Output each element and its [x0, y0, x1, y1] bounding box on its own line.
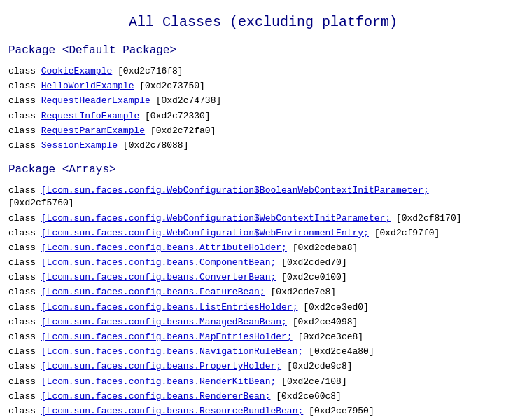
hex-addr: [0xd2cdeba8]: [287, 242, 358, 253]
page-container: All Classes (excluding platform) Package…: [0, 0, 532, 417]
class-prefix: class: [8, 95, 41, 106]
class-prefix: class: [8, 317, 41, 327]
hex-addr: [0xd2ce0100]: [276, 272, 346, 282]
hex-addr: [0xd2ce7950]: [303, 406, 374, 416]
class-prefix: class: [8, 257, 41, 268]
class-prefix: class: [8, 391, 41, 402]
hex-addr: [0xd2ce3ed0]: [298, 302, 368, 313]
list-item: class [Lcom.sun.faces.config.beans.Rende…: [8, 376, 518, 388]
hex-addr: [0xd2cded70]: [276, 257, 346, 268]
class-link[interactable]: SessionExample: [41, 140, 118, 151]
class-prefix: class: [8, 376, 41, 387]
class-prefix: class: [8, 406, 41, 416]
class-link[interactable]: [Lcom.sun.faces.config.beans.PropertyHol…: [41, 361, 281, 371]
class-link[interactable]: [Lcom.sun.faces.config.beans.MapEntriesH…: [41, 331, 293, 342]
list-item: class [Lcom.sun.faces.config.beans.Prope…: [8, 360, 518, 373]
hex-addr: [0xd2c73750]: [134, 81, 204, 91]
class-link[interactable]: [Lcom.sun.faces.config.beans.RenderKitBe…: [41, 376, 276, 387]
package-header-0: Package <Default Package>: [8, 44, 518, 57]
list-item: class RequestHeaderExample [0xd2c74738]: [8, 95, 518, 107]
list-item: class SessionExample [0xd2c78088]: [8, 139, 518, 152]
class-link[interactable]: [Lcom.sun.faces.config.WebConfiguration$…: [41, 185, 429, 196]
hex-addr: [0xd2c74738]: [150, 95, 221, 106]
class-link[interactable]: [Lcom.sun.faces.config.beans.ConverterBe…: [41, 272, 276, 282]
hex-addr: [0xd2ce60c8]: [270, 391, 341, 402]
list-item: class [Lcom.sun.faces.config.beans.Conve…: [8, 271, 518, 284]
class-prefix: class: [8, 228, 41, 238]
packages-container: Package <Default Package>class CookieExa…: [8, 44, 518, 417]
package-header-1: Package <Arrays>: [8, 163, 518, 176]
class-list-1: class [Lcom.sun.faces.config.WebConfigur…: [8, 184, 518, 417]
class-prefix: class: [8, 346, 41, 357]
list-item: class [Lcom.sun.faces.config.beans.Navig…: [8, 346, 518, 358]
list-item: class CookieExample [0xd2c716f8]: [8, 65, 518, 78]
hex-addr: [0xd2cde7e8]: [265, 287, 336, 297]
class-prefix: class: [8, 361, 41, 371]
class-link[interactable]: [Lcom.sun.faces.config.beans.ComponentBe…: [41, 257, 276, 268]
list-item: class HelloWorldExample [0xd2c73750]: [8, 80, 518, 93]
class-link[interactable]: [Lcom.sun.faces.config.beans.ResourceBun…: [41, 406, 303, 416]
list-item: class [Lcom.sun.faces.config.WebConfigur…: [8, 227, 518, 240]
class-link[interactable]: [Lcom.sun.faces.config.WebConfiguration$…: [41, 213, 391, 224]
hex-addr: [0xd2c78088]: [118, 140, 188, 151]
list-item: class [Lcom.sun.faces.config.beans.Manag…: [8, 316, 518, 329]
class-prefix: class: [8, 185, 41, 196]
list-item: class [Lcom.sun.faces.config.WebConfigur…: [8, 212, 518, 225]
list-item: class RequestInfoExample [0xd2c72330]: [8, 110, 518, 123]
class-prefix: class: [8, 331, 41, 342]
class-prefix: class: [8, 242, 41, 253]
hex-addr: [0xd2c716f8]: [112, 66, 183, 76]
class-prefix: class: [8, 272, 41, 282]
hex-addr: [0xd2ce3ce8]: [293, 331, 363, 342]
class-link[interactable]: HelloWorldExample: [41, 81, 134, 91]
list-item: class [Lcom.sun.faces.config.beans.Rende…: [8, 390, 518, 403]
class-list-0: class CookieExample [0xd2c716f8]class He…: [8, 65, 518, 152]
list-item: class [Lcom.sun.faces.config.beans.Attri…: [8, 242, 518, 254]
page-title: All Classes (excluding platform): [8, 14, 518, 30]
class-link[interactable]: CookieExample: [41, 66, 112, 76]
hex-addr: [0xd2c72330]: [139, 111, 210, 121]
class-link[interactable]: [Lcom.sun.faces.config.beans.AttributeHo…: [41, 242, 287, 253]
list-item: class [Lcom.sun.faces.config.beans.Featu…: [8, 286, 518, 299]
list-item: class [Lcom.sun.faces.config.WebConfigur…: [8, 184, 518, 210]
hex-addr: [0xd2ce7108]: [276, 376, 346, 387]
hex-addr: [0xd2cde9c8]: [281, 361, 352, 371]
list-item: class RequestParamExample [0xd2c72fa0]: [8, 125, 518, 137]
scroll-area[interactable]: All Classes (excluding platform) Package…: [0, 0, 532, 417]
list-item: class [Lcom.sun.faces.config.beans.Compo…: [8, 257, 518, 269]
class-link[interactable]: [Lcom.sun.faces.config.beans.ListEntries…: [41, 302, 298, 313]
class-prefix: class: [8, 111, 41, 121]
class-prefix: class: [8, 302, 41, 313]
class-prefix: class: [8, 66, 41, 76]
class-link[interactable]: [Lcom.sun.faces.config.beans.RendererBea…: [41, 391, 271, 402]
class-link[interactable]: RequestParamExample: [41, 125, 145, 136]
list-item: class [Lcom.sun.faces.config.beans.Resou…: [8, 405, 518, 417]
class-prefix: class: [8, 287, 41, 297]
list-item: class [Lcom.sun.faces.config.beans.ListE…: [8, 301, 518, 314]
hex-addr: [0xd2ce4a80]: [303, 346, 374, 357]
hex-addr: [0xd2cf5760]: [8, 198, 74, 208]
hex-addr: [0xd2c72fa0]: [145, 125, 216, 136]
class-prefix: class: [8, 81, 41, 91]
class-prefix: class: [8, 125, 41, 136]
class-link[interactable]: [Lcom.sun.faces.config.beans.ManagedBean…: [41, 317, 287, 327]
class-link[interactable]: [Lcom.sun.faces.config.WebConfiguration$…: [41, 228, 369, 238]
class-prefix: class: [8, 213, 41, 224]
class-link[interactable]: [Lcom.sun.faces.config.beans.FeatureBean…: [41, 287, 265, 297]
class-link[interactable]: [Lcom.sun.faces.config.beans.NavigationR…: [41, 346, 303, 357]
class-prefix: class: [8, 140, 41, 151]
hex-addr: [0xd2ce4098]: [287, 317, 358, 327]
hex-addr: [0xd2cf97f0]: [369, 228, 440, 238]
class-link[interactable]: RequestHeaderExample: [41, 95, 150, 106]
list-item: class [Lcom.sun.faces.config.beans.MapEn…: [8, 331, 518, 343]
hex-addr: [0xd2cf8170]: [391, 213, 461, 224]
class-link[interactable]: RequestInfoExample: [41, 111, 139, 121]
